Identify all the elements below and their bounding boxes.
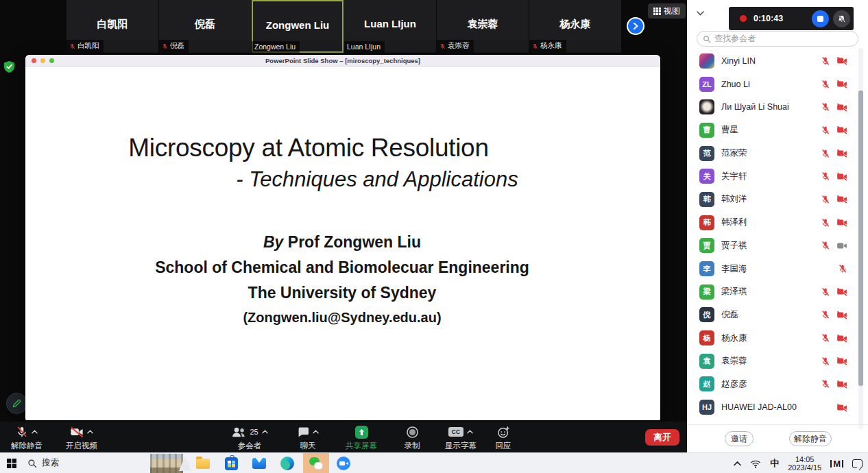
tile-name-label: Zongwen Liu bbox=[252, 41, 300, 53]
avatar: 杨 bbox=[699, 330, 714, 345]
share-button[interactable]: 共享屏幕 bbox=[334, 424, 389, 451]
microsoft-store-icon[interactable] bbox=[223, 455, 239, 472]
participant-name: 袁崇蓉 bbox=[721, 355, 747, 367]
photo-window-thumbnail[interactable] bbox=[150, 454, 183, 473]
participant-name: Xinyi LIN bbox=[721, 56, 756, 66]
leave-button[interactable]: 离开 bbox=[645, 429, 679, 446]
participant-row[interactable]: 倪倪磊 bbox=[687, 304, 858, 327]
taskbar-date: 2023/4/15 bbox=[788, 463, 821, 472]
im-tray-icon[interactable]: M bbox=[830, 460, 843, 468]
mail-app-icon[interactable] bbox=[251, 455, 267, 472]
notification-center-icon[interactable] bbox=[852, 459, 863, 468]
participant-row[interactable]: 梁梁泽琪 bbox=[687, 280, 858, 304]
security-shield-icon[interactable] bbox=[4, 61, 14, 75]
avatar: 韩 bbox=[699, 215, 714, 230]
avatar: 关 bbox=[699, 169, 714, 184]
tile-participant-name: Luan LIjun bbox=[344, 18, 436, 29]
recording-time: 0:10:43 bbox=[754, 14, 783, 23]
participant-row[interactable]: 关关宇轩 bbox=[687, 165, 858, 188]
avatar bbox=[699, 99, 714, 114]
stop-recording-button[interactable] bbox=[812, 10, 829, 27]
mic-off-icon bbox=[821, 218, 830, 228]
participant-status-icons bbox=[821, 80, 847, 89]
react-button[interactable]: 回应 bbox=[483, 424, 524, 451]
participant-row[interactable]: 贾贾子祺 bbox=[687, 234, 858, 258]
participant-row[interactable]: Xinyi LIN bbox=[687, 49, 858, 73]
share-screen-icon bbox=[355, 426, 368, 439]
view-button-label: 视图 bbox=[664, 5, 680, 17]
participant-row[interactable]: 袁袁崇蓉 bbox=[687, 350, 858, 373]
next-page-arrow-button[interactable] bbox=[627, 17, 644, 35]
chat-icon bbox=[297, 426, 309, 437]
participant-count-badge: 25 bbox=[250, 428, 258, 436]
video-tile-4[interactable]: Luan LIjunLuan LIjun bbox=[344, 0, 436, 53]
participant-status-icons bbox=[821, 356, 847, 366]
video-tile-2[interactable]: 倪磊倪磊 bbox=[159, 0, 251, 53]
search-participants-input[interactable]: 查找参会者 bbox=[697, 31, 858, 47]
scrollbar-thumb[interactable] bbox=[858, 90, 863, 386]
avatar: 梁 bbox=[699, 284, 714, 300]
taskbar-time: 14:05 bbox=[788, 455, 821, 464]
participant-row[interactable]: 曹曹星 bbox=[687, 119, 858, 142]
participant-name: 关宇轩 bbox=[721, 171, 747, 182]
file-explorer-icon[interactable] bbox=[195, 455, 211, 472]
participant-row[interactable]: 李李国海 bbox=[687, 257, 858, 280]
zoom-meeting-screen: 白凯阳白凯阳倪磊倪磊Zongwen LiuZongwen LiuLuan LIj… bbox=[0, 0, 868, 473]
participants-button[interactable]: 25参会者 bbox=[221, 424, 278, 451]
invite-button[interactable]: 邀请 bbox=[725, 431, 754, 446]
cc-icon: CC bbox=[448, 427, 463, 437]
annotate-pencil-button[interactable] bbox=[6, 393, 27, 414]
camera-off-icon bbox=[70, 426, 84, 437]
participant-status-icons bbox=[838, 264, 847, 274]
video-tile-1[interactable]: 白凯阳白凯阳 bbox=[67, 0, 158, 53]
mute-notifications-button[interactable] bbox=[833, 10, 850, 27]
taskbar-clock[interactable]: 14:05 2023/4/15 bbox=[788, 455, 821, 472]
participant-row[interactable]: HJHUAWEI JAD-AL00 bbox=[687, 396, 858, 419]
tray-chevron-up-icon[interactable] bbox=[734, 461, 741, 466]
edge-browser-icon[interactable] bbox=[279, 455, 296, 472]
tile-participant-name: 杨永康 bbox=[529, 18, 621, 31]
wechat-app-icon[interactable] bbox=[308, 455, 324, 472]
camera-off-icon bbox=[836, 380, 847, 389]
video-tile-5[interactable]: 袁崇蓉袁崇蓉 bbox=[437, 0, 529, 53]
participant-status-icons bbox=[821, 218, 847, 228]
mic-off-icon bbox=[69, 43, 75, 49]
participant-row[interactable]: 杨杨永康 bbox=[687, 326, 858, 350]
start-button[interactable] bbox=[7, 459, 16, 471]
chat-button[interactable]: 聊天 bbox=[285, 424, 330, 451]
camera-off-icon bbox=[836, 172, 847, 181]
tile-participant-name: Zongwen Liu bbox=[253, 19, 342, 31]
recording-indicator: 0:10:43 bbox=[729, 7, 854, 30]
collapse-panel-button[interactable] bbox=[697, 6, 704, 19]
record-button[interactable]: 录制 bbox=[391, 424, 433, 451]
view-button[interactable]: 视图 bbox=[648, 3, 686, 19]
wifi-icon[interactable] bbox=[750, 459, 761, 468]
unmute-button[interactable]: 解除静音 bbox=[4, 424, 49, 451]
participant-list-scrollbar[interactable] bbox=[858, 48, 863, 429]
participant-status-icons bbox=[821, 379, 847, 389]
window-titlebar[interactable]: PowerPoint Slide Show – [miroscopy_techn… bbox=[25, 55, 660, 66]
video-strip: 白凯阳白凯阳倪磊倪磊Zongwen LiuZongwen LiuLuan LIj… bbox=[67, 0, 621, 53]
collapse-chevron-icon bbox=[697, 11, 704, 16]
participant-row[interactable]: 赵赵彦彦 bbox=[687, 373, 858, 396]
cc-button[interactable]: CC显示字幕 bbox=[435, 424, 487, 451]
unmute-all-button[interactable]: 解除静音 bbox=[789, 431, 832, 446]
toolbar-item-label: 聊天 bbox=[300, 441, 316, 450]
mic-off-icon bbox=[821, 56, 830, 66]
video-tile-3[interactable]: Zongwen LiuZongwen Liu bbox=[252, 0, 343, 53]
video-tile-6[interactable]: 杨永康杨永康 bbox=[529, 0, 621, 53]
avatar: 赵 bbox=[699, 376, 714, 391]
record-icon bbox=[406, 426, 419, 439]
video-button[interactable]: 开启视频 bbox=[58, 424, 106, 451]
toolbar-item-label: 解除静音 bbox=[11, 441, 43, 450]
zoom-app-icon[interactable] bbox=[335, 455, 352, 472]
participant-row[interactable]: ZLZhuo Li bbox=[687, 73, 858, 96]
ime-indicator[interactable]: 中 bbox=[770, 457, 779, 470]
participant-row[interactable]: 韩韩刘洋 bbox=[687, 188, 858, 211]
participant-row[interactable]: 韩韩泽利 bbox=[687, 211, 858, 234]
taskbar-search[interactable]: 搜索 bbox=[27, 457, 59, 469]
participant-row[interactable]: Ли Шуай Li Shuai bbox=[687, 95, 858, 119]
participant-row[interactable]: 范范家荣 bbox=[687, 142, 858, 165]
camera-off-icon bbox=[836, 403, 847, 412]
participant-name: HUAWEI JAD-AL00 bbox=[721, 402, 797, 412]
